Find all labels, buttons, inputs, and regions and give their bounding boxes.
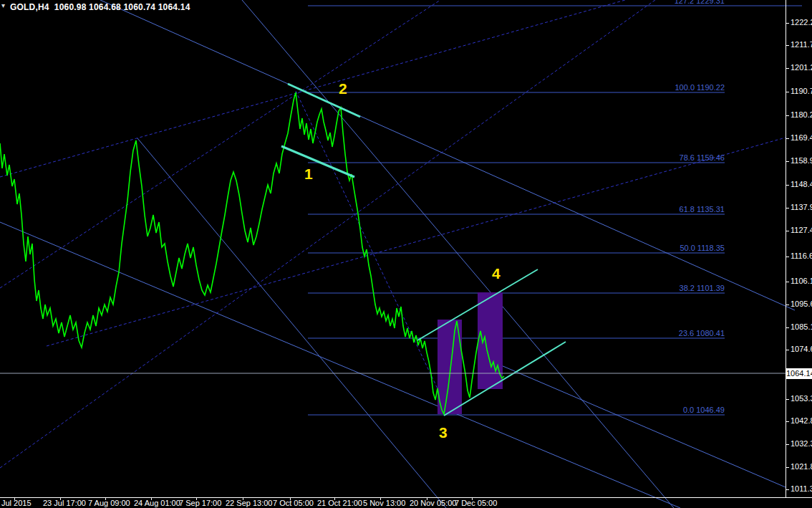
price-axis-label: 1127.40 [791, 226, 812, 234]
price-axis-label: 1169.40 [791, 133, 812, 142]
chart-canvas[interactable] [0, 0, 812, 508]
time-axis-label[interactable]: 7 Dec 05:00 [455, 499, 497, 507]
price-axis-label: 1106.10 [791, 277, 812, 285]
price-axis-label: 1042.80 [791, 416, 812, 425]
time-axis-label[interactable]: 24 Aug 01:00 [134, 499, 180, 507]
chart-title-ohlc: GOLD,H4 1060.98 1064.68 1060.74 1064.14 [10, 2, 190, 12]
price-axis-label: 1158.90 [791, 156, 812, 165]
price-axis-label: 1085.10 [791, 322, 812, 331]
price-axis-label: 1011.30 [791, 484, 812, 493]
wave-label-3[interactable]: 3 [439, 425, 448, 440]
price-axis-label: 1095.60 [791, 299, 812, 308]
wave-label-1[interactable]: 1 [304, 166, 313, 181]
time-axis-label[interactable]: 23 Jul 17:00 [43, 499, 86, 507]
fib-label-127.2: 127.2 1229.31 [616, 0, 725, 5]
cyan-segment-resistance-at-1[interactable] [281, 146, 354, 177]
price-axis-label: 1180.20 [791, 110, 812, 119]
trendline-steep-descending-from-oct-peak[interactable] [242, 0, 674, 508]
price-axis-label: 1021.80 [791, 462, 812, 471]
cyan-trend-segments[interactable] [281, 84, 566, 416]
time-axis-label[interactable]: 5 Nov 13:00 [363, 499, 405, 507]
time-axis-label[interactable]: 21 Oct 21:00 [317, 499, 362, 507]
price-axis-line [786, 0, 786, 497]
price-axis-label: 1032.30 [791, 439, 812, 448]
mt4-chart-window: ▾ GOLD,H4 1060.98 1064.68 1060.74 1064.1… [0, 0, 812, 508]
trendline-steep-descending-from-aug-peak[interactable] [137, 138, 446, 508]
trendline-shallow-descending-right[interactable] [501, 365, 786, 487]
time-axis-label[interactable]: 20 Nov 05:00 [410, 499, 456, 507]
price-axis-label: 1201.20 [791, 63, 812, 72]
dashed-trendline-ascending-channel-lower[interactable] [47, 138, 786, 346]
fib-label-61.8: 61.8 1135.31 [616, 205, 725, 214]
price-axis-label: 1116.60 [791, 251, 812, 260]
time-axis-label[interactable]: 7 Aug 09:00 [88, 499, 130, 507]
current-price-badge: 1064.14 [786, 368, 812, 379]
time-axis-label[interactable]: Jul 2015 [1, 499, 32, 507]
price-axis-label: 1222.20 [791, 18, 812, 27]
rectangle-zone-2[interactable] [478, 292, 503, 389]
fib-label-23.6: 23.6 1080.41 [616, 329, 725, 337]
price-axis-label: 1053.30 [791, 394, 812, 403]
fib-label-78.6: 78.6 1159.46 [616, 153, 725, 162]
cyan-segment-resistance-at-2[interactable] [288, 84, 360, 117]
price-axis-label: 1074.60 [791, 345, 812, 353]
time-axis-label[interactable]: 22 Sep 13:00 [226, 499, 272, 507]
fib-label-0.0: 0.0 1046.49 [616, 406, 725, 414]
time-axis-label[interactable]: 7 Sep 17:00 [179, 499, 221, 507]
fib-label-50.0: 50.0 1118.35 [616, 244, 725, 252]
dashed-trendline-steep-ascending-high[interactable] [0, 0, 440, 288]
time-axis-label[interactable]: 7 Oct 05:00 [273, 499, 314, 507]
wave-label-4[interactable]: 4 [492, 266, 501, 281]
price-axis-label: 1137.90 [791, 203, 812, 211]
trendline-shallow-descending-lower[interactable] [0, 222, 680, 508]
chart-symbol-marker-icon: ▾ [1, 1, 5, 9]
fib-label-38.2: 38.2 1101.39 [616, 284, 725, 292]
fibonacci-retracement-lines[interactable] [308, 6, 802, 415]
trendlines-dashed[interactable] [0, 0, 786, 468]
trendlines-solid[interactable] [0, 0, 795, 508]
wave-label-2[interactable]: 2 [339, 81, 347, 96]
price-axis-label: 1211.70 [791, 40, 812, 49]
fib-label-100.0: 100.0 1190.22 [616, 83, 725, 92]
price-axis-label: 1190.70 [791, 87, 812, 95]
price-axis-label: 1148.40 [791, 180, 812, 188]
time-axis-line [0, 497, 812, 498]
dashed-trendline-steep-ascending-low[interactable] [0, 0, 655, 468]
